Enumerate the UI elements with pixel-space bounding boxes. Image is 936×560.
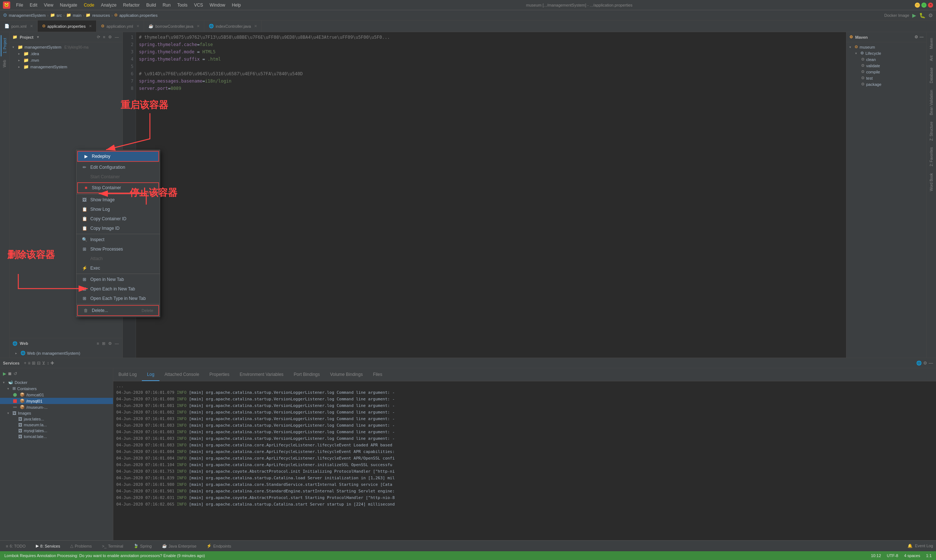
web-header[interactable]: 🌐 Web ≡ ⊞ ⚙ — xyxy=(9,338,122,349)
menu-build[interactable]: Build xyxy=(143,2,159,9)
right-tab-ant[interactable]: Ant xyxy=(928,52,935,64)
bottom-tab-java-enterprise[interactable]: ☕ Java Enterprise xyxy=(159,543,199,549)
breadcrumb-project[interactable]: managementSystem xyxy=(9,13,46,17)
svc-minimize-icon[interactable]: — xyxy=(929,360,933,366)
ctx-copy-container-id[interactable]: 📋 Copy Container ID xyxy=(76,214,160,223)
ctx-open-in-new-tab[interactable]: ⊞ Open in New Tab xyxy=(76,275,160,284)
close-panel-icon[interactable]: — xyxy=(114,34,120,40)
menu-file[interactable]: File xyxy=(13,2,26,9)
svc-java-image[interactable]: 🖼 java:lates... xyxy=(0,416,113,422)
svc-group-icon[interactable]: ⊟ xyxy=(37,360,40,366)
menu-tools[interactable]: Tools xyxy=(174,2,191,9)
svc-containers[interactable]: ▾ ⊞ Containers xyxy=(0,385,113,392)
ctx-copy-image-id[interactable]: 📋 Copy Image ID xyxy=(76,223,160,233)
svc-filter-icon[interactable]: ⊻ xyxy=(42,360,45,366)
svc-tab-files[interactable]: Files xyxy=(368,368,387,381)
log-content[interactable]: ... 04-Jun-2020 07:16:01.079 INFO [main]… xyxy=(113,382,936,540)
right-tab-maven[interactable]: Maven xyxy=(928,35,935,52)
settings-icon[interactable]: ⚙ xyxy=(928,12,933,18)
event-log-label[interactable]: Event Log xyxy=(915,543,933,548)
tab-borrow-controller[interactable]: ☕ borrowController.java ✕ xyxy=(144,20,204,32)
menu-code[interactable]: Code xyxy=(81,2,97,9)
svc-tomcat01[interactable]: 📦 /tomcat01 xyxy=(0,392,113,398)
svc-museum[interactable]: 📦 /museum-... xyxy=(0,404,113,410)
svc-tab-log[interactable]: Log xyxy=(142,368,159,381)
bottom-tab-problems[interactable]: △ Problems xyxy=(67,543,94,549)
maven-minimize-icon[interactable]: — xyxy=(919,35,924,40)
svc-list-icon[interactable]: ≡ xyxy=(28,360,30,366)
collapse-icon[interactable]: ≡ xyxy=(102,34,106,40)
borrow-tab-close[interactable]: ✕ xyxy=(197,24,200,28)
tab-pom-xml[interactable]: 📄 pom.xml ✕ xyxy=(0,20,38,32)
code-lines[interactable]: # thymeleaf\u9875\u9762\u7F13\u5B58\u8BB… xyxy=(136,32,846,358)
menu-view[interactable]: View xyxy=(41,2,56,9)
ctx-edit-config[interactable]: ✏ Edit Configuration xyxy=(76,163,160,172)
bottom-tab-endpoints[interactable]: ⚡ Endpoints xyxy=(204,543,234,549)
right-tab-favorites[interactable]: 2: Favorites xyxy=(928,144,935,169)
sync-icon[interactable]: ⟳ xyxy=(96,34,101,40)
maven-test[interactable]: ⚙ test xyxy=(847,75,927,81)
svc-stop-icon[interactable]: ⏹ xyxy=(8,371,12,376)
web-grid-icon[interactable]: ⊞ xyxy=(101,340,106,347)
menu-window[interactable]: Window xyxy=(207,2,228,9)
maven-validate[interactable]: ⚙ validate xyxy=(847,63,927,69)
right-tab-bean-validation[interactable]: Bean Validation xyxy=(928,87,935,118)
minimize-btn[interactable]: ─ xyxy=(915,3,920,8)
bottom-tab-terminal[interactable]: >_ Terminal xyxy=(99,543,126,549)
svc-docker[interactable]: ▾ 🐋 Docker xyxy=(0,379,113,385)
right-tab-structure[interactable]: Z: Structure xyxy=(928,119,935,143)
svc-museum-image[interactable]: 🖼 museum:la... xyxy=(0,422,113,428)
tree-management[interactable]: ▸ 📁 managementSystem xyxy=(9,63,122,70)
breadcrumb-resources[interactable]: resources xyxy=(92,13,110,17)
tab-application-yml[interactable]: ⚙ application.yml ✕ xyxy=(97,20,144,32)
web-close-icon[interactable]: — xyxy=(114,340,120,347)
index-tab-close[interactable]: ✕ xyxy=(254,24,257,28)
menu-vcs[interactable]: VCS xyxy=(191,2,206,9)
ctx-delete[interactable]: 🗑 Delete... Delete xyxy=(77,305,159,316)
svc-tab-build-log[interactable]: Build Log xyxy=(113,368,142,381)
svc-tomcat-image[interactable]: 🖼 tomcat:late... xyxy=(0,434,113,440)
maven-project[interactable]: ▾ ⚙ museum xyxy=(847,44,927,50)
svc-mysql-image[interactable]: 🖼 mysql:lates... xyxy=(0,428,113,434)
maven-lifecycle[interactable]: ▾ ⚙ Lifecycle xyxy=(847,50,927,56)
tree-idea[interactable]: ▸ 📁 .idea xyxy=(9,51,122,57)
svc-run-icon[interactable]: ▶ xyxy=(3,371,6,376)
svc-tab-attached-console[interactable]: Attached Console xyxy=(159,368,204,381)
breadcrumb-src[interactable]: src xyxy=(57,13,62,17)
menu-navigate[interactable]: Navigate xyxy=(57,2,80,9)
left-tab-web[interactable]: Web xyxy=(1,57,8,70)
ctx-redeploy[interactable]: ▶ Redeploy xyxy=(77,151,159,162)
web-settings-icon[interactable]: ⚙ xyxy=(108,340,113,347)
maven-clean[interactable]: ⚙ clean xyxy=(847,56,927,63)
ctx-show-log[interactable]: 📋 Show Log xyxy=(76,205,160,214)
tab-application-properties[interactable]: ⚙ application.properties ✕ xyxy=(38,20,97,32)
maven-settings-icon[interactable]: ⚙ xyxy=(914,35,918,40)
svc-tab-env-vars[interactable]: Environment Variables xyxy=(235,368,289,381)
svc-add-icon[interactable]: + xyxy=(24,360,26,366)
right-tab-word-book[interactable]: Word Book xyxy=(928,170,935,194)
settings-icon[interactable]: ⚙ xyxy=(108,34,113,40)
app-yml-tab-close[interactable]: ✕ xyxy=(136,24,139,28)
web-list-icon[interactable]: ≡ xyxy=(96,340,100,347)
bottom-tab-todo[interactable]: ≡ 6: TODO xyxy=(3,543,29,549)
right-tab-database[interactable]: Database xyxy=(928,65,935,86)
run-icon[interactable]: ▶ xyxy=(912,12,916,18)
tree-mvn[interactable]: ▸ 📁 .mvn xyxy=(9,57,122,63)
ctx-stop-container[interactable]: ■ Stop Container xyxy=(77,182,159,193)
svc-tab-properties[interactable]: Properties xyxy=(204,368,235,381)
svc-sort-icon[interactable]: ↕ xyxy=(47,360,49,366)
ctx-show-processes[interactable]: ⊞ Show Processes xyxy=(76,245,160,254)
ctx-show-image[interactable]: 🖼 Show Image xyxy=(76,195,160,205)
debug-icon[interactable]: 🐛 xyxy=(919,12,925,18)
maven-compile[interactable]: ⚙ compile xyxy=(847,69,927,75)
pom-tab-close[interactable]: ✕ xyxy=(30,24,33,28)
ctx-open-each-type-in-new-tab[interactable]: ⊞ Open Each Type in New Tab xyxy=(76,294,160,303)
svc-settings-icon[interactable]: ⚙ xyxy=(923,360,927,366)
svc-grid-icon[interactable]: ⊞ xyxy=(32,360,35,366)
svc-restart-icon[interactable]: ↺ xyxy=(14,371,17,376)
tree-project-root[interactable]: ▾ 📁 managementSystem E:\lyking90-ma xyxy=(9,44,122,51)
left-tab-project[interactable]: 1: Project xyxy=(1,35,8,56)
svc-tab-port-bindings[interactable]: Port Bindings xyxy=(288,368,325,381)
svc-new-icon[interactable]: ✚ xyxy=(51,360,54,366)
tree-web-root[interactable]: ▸ 🌐 Web (in managementSystem) xyxy=(9,350,122,356)
